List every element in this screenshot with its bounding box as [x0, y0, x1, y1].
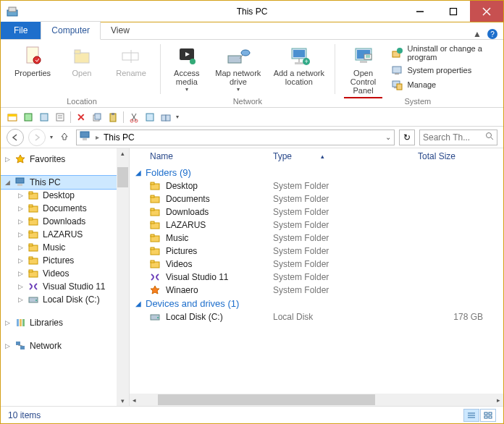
- group-devices-header[interactable]: ◢ Devices and drives (1): [130, 297, 503, 310]
- folder-icon: [28, 216, 40, 226]
- qat-delete-icon[interactable]: ✕: [75, 111, 87, 123]
- qat-icon[interactable]: [22, 111, 34, 123]
- qat-copy-icon[interactable]: [91, 111, 103, 123]
- file-list: Name Type▴ Total Size ◢ Folders (9) Desk…: [130, 148, 503, 406]
- tree-item[interactable]: ▷LAZARUS: [1, 228, 129, 241]
- qat-icon[interactable]: [38, 111, 50, 123]
- tree-item[interactable]: ▷Music: [1, 241, 129, 254]
- vs-icon: [150, 272, 161, 282]
- svg-marker-96: [151, 286, 159, 294]
- pc-icon: [15, 177, 27, 187]
- column-total-size[interactable]: Total Size: [418, 151, 497, 161]
- tree-libraries[interactable]: ▷ Libraries: [1, 316, 129, 329]
- minimize-button[interactable]: [403, 1, 437, 22]
- qat-more-icon[interactable]: ▾: [176, 114, 179, 120]
- ribbon-collapse-icon[interactable]: ▲: [473, 29, 482, 39]
- tree-item[interactable]: ▷Desktop: [1, 189, 129, 202]
- folder-icon: [28, 190, 40, 200]
- svg-point-7: [33, 56, 41, 64]
- address-bar[interactable]: ▸ This PC ⌄: [76, 130, 395, 145]
- tab-file[interactable]: File: [1, 22, 41, 39]
- details-view-button[interactable]: [463, 409, 479, 422]
- svg-rect-93: [151, 247, 154, 250]
- qat-cut-icon[interactable]: [128, 111, 140, 123]
- rename-button[interactable]: Rename: [108, 43, 154, 97]
- address-path: This PC: [104, 132, 135, 143]
- properties-button[interactable]: Properties: [9, 43, 56, 97]
- up-button[interactable]: [57, 131, 72, 143]
- list-item[interactable]: LAZARUSSystem Folder: [130, 219, 503, 232]
- close-button[interactable]: [470, 1, 503, 22]
- map-network-drive-button[interactable]: Map network drive ▾: [210, 43, 266, 97]
- disk-icon: [28, 294, 40, 305]
- system-properties-button[interactable]: System properties: [388, 64, 495, 76]
- search-box[interactable]: Search Th...: [419, 130, 497, 145]
- qat-icon[interactable]: [160, 111, 172, 123]
- open-button[interactable]: Open: [59, 43, 105, 97]
- tree-item[interactable]: ▷Visual Studio 11: [1, 280, 129, 293]
- list-item[interactable]: DownloadsSystem Folder: [130, 205, 503, 219]
- list-item[interactable]: Visual Studio 11System Folder: [130, 271, 503, 284]
- svg-rect-76: [17, 319, 19, 326]
- add-location-icon: +: [287, 44, 311, 67]
- folder-icon: [150, 181, 161, 191]
- list-item[interactable]: VideosSystem Folder: [130, 258, 503, 271]
- svg-rect-103: [489, 412, 492, 415]
- maximize-button[interactable]: [437, 1, 470, 22]
- svg-rect-77: [20, 319, 22, 326]
- tree-item[interactable]: ▷Downloads: [1, 215, 129, 228]
- qat-paste-icon[interactable]: [107, 111, 119, 123]
- history-dropdown-icon[interactable]: ▾: [50, 134, 53, 140]
- open-icon: [70, 44, 93, 67]
- tree-network[interactable]: ▷ Network: [1, 339, 129, 352]
- tree-item[interactable]: ▷Pictures: [1, 254, 129, 267]
- refresh-button[interactable]: ↻: [399, 130, 415, 145]
- manage-button[interactable]: Manage: [388, 79, 495, 90]
- folder-icon: [150, 194, 161, 204]
- list-item[interactable]: PicturesSystem Folder: [130, 245, 503, 258]
- tree-favorites[interactable]: ▷ Favorites: [1, 153, 129, 166]
- folder-icon: [150, 246, 161, 256]
- uninstall-program-button[interactable]: Uninstall or change a program: [388, 44, 495, 62]
- column-name[interactable]: Name: [150, 151, 273, 161]
- svg-rect-58: [16, 178, 24, 183]
- list-item[interactable]: WinaeroSystem Folder: [130, 284, 503, 297]
- back-button[interactable]: [7, 129, 24, 146]
- svg-rect-71: [29, 257, 33, 259]
- qat-icon[interactable]: [7, 111, 18, 123]
- svg-rect-54: [83, 138, 87, 140]
- icons-view-button[interactable]: [480, 409, 496, 422]
- tree-item[interactable]: ▷Local Disk (C:): [1, 293, 129, 306]
- tree-this-pc[interactable]: ◢ This PC: [1, 176, 129, 189]
- folder-icon: [28, 255, 40, 266]
- tree-item[interactable]: ▷Documents: [1, 202, 129, 215]
- tab-view[interactable]: View: [101, 22, 140, 39]
- list-item[interactable]: Local Disk (C:)Local Disk178 GB: [130, 310, 503, 323]
- svg-rect-45: [95, 114, 101, 119]
- window-icon: [7, 6, 18, 17]
- qat-icon[interactable]: [54, 111, 66, 123]
- folder-icon: [28, 268, 40, 279]
- tree-scrollbar[interactable]: ▴ ▾: [117, 148, 129, 406]
- folder-icon: [150, 207, 161, 217]
- svg-rect-40: [41, 114, 48, 121]
- tree-item[interactable]: ▷Videos: [1, 267, 129, 280]
- list-item[interactable]: DesktopSystem Folder: [130, 179, 503, 192]
- svg-point-98: [157, 317, 159, 318]
- svg-rect-19: [293, 50, 305, 57]
- address-dropdown-icon[interactable]: ⌄: [385, 133, 391, 141]
- open-control-panel-button[interactable]: Open Control Panel: [341, 43, 386, 97]
- column-type[interactable]: Type▴: [273, 151, 418, 161]
- svg-rect-79: [16, 342, 20, 345]
- tab-computer[interactable]: Computer: [41, 21, 101, 40]
- horizontal-scrollbar[interactable]: ◂ ▸: [130, 394, 503, 406]
- add-network-location-button[interactable]: + Add a network location: [269, 43, 329, 97]
- list-item[interactable]: DocumentsSystem Folder: [130, 192, 503, 205]
- help-icon[interactable]: ?: [487, 29, 497, 39]
- quick-access-toolbar: ✕ ▾: [1, 108, 503, 127]
- access-media-button[interactable]: Access media ▾: [167, 43, 207, 97]
- qat-icon[interactable]: [144, 111, 156, 123]
- forward-button[interactable]: [28, 129, 46, 146]
- group-folders-header[interactable]: ◢ Folders (9): [130, 166, 503, 179]
- list-item[interactable]: MusicSystem Folder: [130, 232, 503, 245]
